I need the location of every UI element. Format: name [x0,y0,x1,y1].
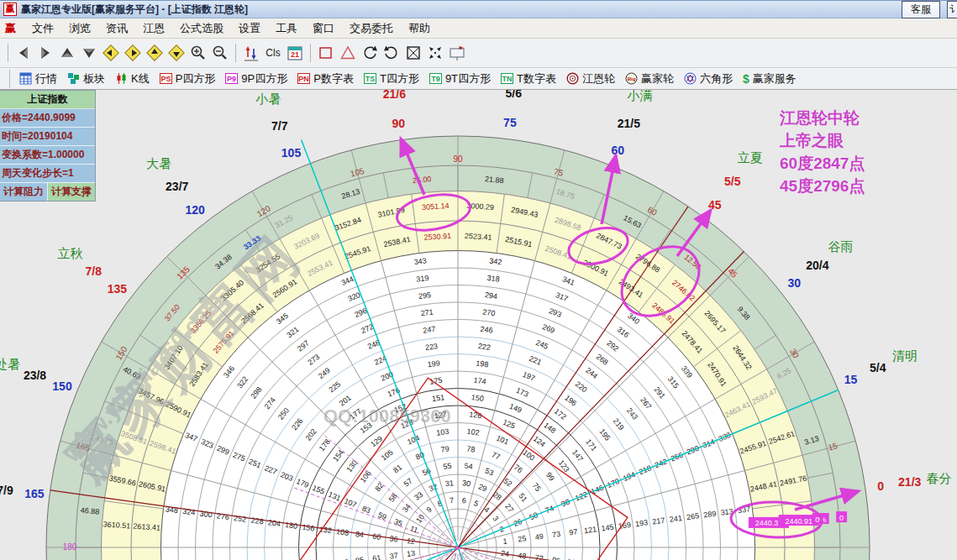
market-tool-9P四方形[interactable]: P99P四方形 [225,71,287,86]
svg-text:222: 222 [477,342,491,352]
forward-icon[interactable] [35,43,55,63]
svg-text:0: 0 [877,479,884,493]
svg-text:105: 105 [281,146,302,160]
svg-text:85: 85 [355,556,364,560]
market-tool-板块[interactable]: 板块 [67,71,105,86]
market-tool-行情[interactable]: 行情 [19,71,57,86]
t-updown-icon[interactable] [241,43,261,63]
svg-text:120: 120 [186,203,206,217]
svg-text:30: 30 [788,276,802,290]
menu-item-2[interactable]: 资讯 [98,20,135,36]
zoom-out-icon[interactable] [210,43,230,63]
partial-edge-button[interactable]: 讠 [947,1,957,18]
menu-item-8[interactable]: 交易委托 [342,20,401,36]
fit-icon[interactable] [403,43,423,63]
menu-item-4[interactable]: 公式选股 [172,20,231,36]
calc-support-button[interactable]: 计算支撑 [48,183,95,201]
svg-text:小满: 小满 [627,90,653,102]
menu-item-6[interactable]: 工具 [268,20,305,36]
svg-text:21: 21 [291,50,299,59]
svg-text:TS: TS [365,75,376,83]
svg-text:265: 265 [686,511,699,521]
svg-text:春分: 春分 [926,471,951,485]
svg-text:5/6: 5/6 [505,90,522,100]
market-tool-T四方形[interactable]: TST四方形 [364,71,419,86]
up-icon[interactable] [57,43,77,63]
market-tool-P数字表[interactable]: PNP数字表 [297,71,354,86]
svg-text:5/4: 5/4 [870,361,886,374]
down-icon[interactable] [79,43,99,63]
market-tool-K线[interactable]: K线 [115,71,150,86]
svg-text:上帝之眼: 上帝之眼 [779,132,844,149]
svg-text:7/8: 7/8 [86,264,103,278]
svg-text:102: 102 [466,427,480,437]
gann-wheel-svg[interactable]: 1234567891011121314151617181920212223242… [0,90,957,560]
market-tool-六角形[interactable]: 六角形 [684,71,733,86]
triangle-tool-icon[interactable] [338,43,358,63]
square-tool-icon[interactable] [316,43,336,63]
svg-text:Big: Big [628,76,636,81]
market-toolbar: 行情板块K线PSP四方形P99P四方形PNP数字表TST四方形T99T四方形TN… [0,68,957,90]
diamond-up-icon[interactable] [145,43,165,63]
svg-text:75: 75 [503,116,517,129]
market-tool-P四方形[interactable]: PSP四方形 [160,71,216,86]
menu-item-1[interactable]: 浏览 [61,20,98,36]
zoom-in-icon[interactable] [188,43,208,63]
diamond-down-icon[interactable] [166,43,187,63]
app-logo-icon: 赢 [3,3,17,16]
svg-text:193: 193 [634,518,648,528]
svg-text:55: 55 [443,462,452,471]
svg-text:60度2847点: 60度2847点 [780,154,865,172]
back-icon[interactable] [13,43,34,63]
main-toolbar: Cls21 [0,39,957,68]
svg-text:300: 300 [199,510,213,520]
svg-text:13: 13 [406,549,415,558]
svg-text:立夏: 立夏 [738,150,763,165]
svg-text:21/6: 21/6 [383,90,406,101]
market-tool-赢家轮[interactable]: Big赢家轮 [625,71,674,86]
svg-text:P9: P9 [227,75,236,83]
cls-button[interactable]: Cls [263,43,283,63]
rotate-ccw-icon[interactable] [360,43,380,63]
svg-text:54: 54 [464,462,473,471]
diamond-right-icon[interactable] [123,43,143,63]
svg-text:90: 90 [453,154,463,164]
svg-text:21/5: 21/5 [618,117,640,130]
menu-item-9[interactable]: 帮助 [401,20,438,36]
svg-text:TN: TN [502,75,513,83]
menu-item-3[interactable]: 江恩 [135,20,172,36]
market-tool-T数字表[interactable]: TNT数字表 [501,71,556,86]
svg-text:217: 217 [652,516,665,526]
svg-text:319: 319 [416,274,429,284]
svg-text:223: 223 [424,342,438,352]
svg-text:198: 198 [476,359,489,369]
svg-text:97: 97 [569,527,578,536]
rotate-cw-icon[interactable] [381,43,402,63]
market-tool-赢家服务[interactable]: $赢家服务 [743,71,797,86]
calendar-icon[interactable]: 21 [285,43,305,63]
market-tool-9T四方形[interactable]: T99T四方形 [429,71,491,86]
calc-resistance-button[interactable]: 计算阻力 [0,183,48,201]
svg-text:20/4: 20/4 [806,259,828,272]
menu-item-5[interactable]: 设置 [231,20,268,36]
svg-text:45度2796点: 45度2796点 [780,177,865,195]
diamond-left-icon[interactable] [101,43,121,63]
quote-row-3: 周天变化步长=1 [0,165,95,183]
menu-item-0[interactable]: 文件 [24,20,61,36]
customer-service-button[interactable]: 客服 [902,1,940,18]
board-icon[interactable] [447,43,467,63]
svg-text:289: 289 [703,510,717,520]
svg-text:PN: PN [298,75,309,83]
menu-item-7[interactable]: 窗口 [305,20,342,36]
svg-text:15: 15 [844,373,858,386]
gann-wheel-chart[interactable]: 1234567891011121314151617181920212223242… [0,90,957,560]
svg-text:165: 165 [24,487,45,500]
toolbar-separator [310,44,311,62]
svg-text:2440.31: 2440.31 [755,519,783,527]
center-icon[interactable] [425,43,445,63]
svg-text:121: 121 [583,525,597,535]
svg-text:78: 78 [466,444,476,453]
svg-text:小暑: 小暑 [255,92,281,106]
svg-text:30: 30 [461,479,471,488]
market-tool-江恩轮[interactable]: 江恩轮 [566,71,615,86]
